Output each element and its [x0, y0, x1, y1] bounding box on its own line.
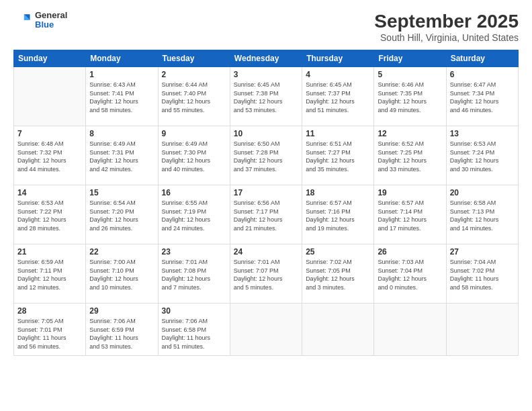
day-info: Sunrise: 6:49 AMSunset: 7:30 PMDaylight:… [162, 140, 226, 173]
sunset-text: Sunset: 7:13 PM [450, 208, 495, 215]
daylight-text: Daylight: 12 hoursand 51 minutes. [306, 98, 355, 113]
col-wednesday: Wednesday [230, 50, 302, 67]
sunset-text: Sunset: 7:38 PM [234, 90, 279, 97]
sunrise-text: Sunrise: 6:49 AM [89, 140, 136, 147]
daylight-text: Daylight: 12 hoursand 40 minutes. [162, 157, 211, 173]
day-info: Sunrise: 6:53 AMSunset: 7:24 PMDaylight:… [450, 140, 515, 173]
sunset-text: Sunset: 7:22 PM [17, 208, 62, 215]
logo-icon [13, 11, 32, 30]
day-info: Sunrise: 7:04 AMSunset: 7:02 PMDaylight:… [450, 258, 515, 291]
day-number: 15 [89, 188, 154, 197]
sunset-text: Sunset: 7:10 PM [89, 267, 134, 274]
daylight-text: Daylight: 12 hoursand 5 minutes. [234, 275, 283, 291]
day-number: 2 [162, 70, 226, 79]
daylight-text: Daylight: 12 hoursand 37 minutes. [234, 157, 283, 173]
day-info: Sunrise: 6:50 AMSunset: 7:28 PMDaylight:… [234, 140, 298, 173]
sunrise-text: Sunrise: 6:53 AM [17, 199, 64, 206]
day-info: Sunrise: 6:48 AMSunset: 7:32 PMDaylight:… [17, 140, 82, 173]
sunrise-text: Sunrise: 7:06 AM [162, 318, 208, 324]
day-number: 20 [450, 188, 515, 197]
calendar-cell: 10Sunrise: 6:50 AMSunset: 7:28 PMDayligh… [230, 126, 302, 185]
daylight-text: Daylight: 12 hoursand 33 minutes. [378, 157, 427, 173]
sunrise-text: Sunrise: 6:51 AM [306, 140, 352, 147]
day-number: 23 [162, 247, 226, 257]
calendar-cell: 3Sunrise: 6:45 AMSunset: 7:38 PMDaylight… [230, 67, 302, 126]
sunrise-text: Sunrise: 7:03 AM [378, 259, 424, 265]
sunset-text: Sunset: 6:59 PM [89, 326, 134, 333]
sunrise-text: Sunrise: 7:01 AM [162, 259, 208, 265]
calendar-cell [14, 67, 86, 126]
daylight-text: Daylight: 12 hoursand 17 minutes. [378, 216, 427, 232]
logo-blue-text: Blue [35, 20, 67, 30]
calendar-cell: 30Sunrise: 7:06 AMSunset: 6:58 PMDayligh… [158, 304, 230, 356]
sunset-text: Sunset: 7:25 PM [378, 149, 423, 156]
day-number: 25 [306, 247, 370, 257]
sunrise-text: Sunrise: 6:53 AM [450, 140, 496, 147]
day-info: Sunrise: 7:05 AMSunset: 7:01 PMDaylight:… [17, 317, 82, 351]
daylight-text: Daylight: 12 hoursand 55 minutes. [162, 98, 211, 113]
day-number: 3 [234, 70, 298, 79]
sunrise-text: Sunrise: 6:48 AM [17, 140, 64, 147]
calendar-cell: 19Sunrise: 6:57 AMSunset: 7:14 PMDayligh… [374, 185, 446, 244]
day-number: 10 [234, 129, 298, 138]
daylight-text: Daylight: 12 hoursand 49 minutes. [378, 98, 427, 113]
day-info: Sunrise: 7:06 AMSunset: 6:59 PMDaylight:… [89, 317, 154, 351]
daylight-text: Daylight: 12 hoursand 7 minutes. [162, 275, 211, 291]
calendar-cell: 28Sunrise: 7:05 AMSunset: 7:01 PMDayligh… [14, 304, 86, 356]
daylight-text: Daylight: 12 hoursand 53 minutes. [234, 98, 283, 113]
calendar-cell: 6Sunrise: 6:47 AMSunset: 7:34 PMDaylight… [446, 67, 518, 126]
day-info: Sunrise: 7:01 AMSunset: 7:08 PMDaylight:… [162, 258, 226, 291]
day-info: Sunrise: 6:51 AMSunset: 7:27 PMDaylight:… [306, 140, 370, 173]
col-saturday: Saturday [446, 50, 518, 67]
sunrise-text: Sunrise: 6:47 AM [450, 81, 496, 88]
sunset-text: Sunset: 7:11 PM [17, 267, 62, 274]
page-container: General Blue September 2025 South Hill, … [0, 0, 532, 411]
sunrise-text: Sunrise: 7:04 AM [450, 259, 496, 265]
calendar-cell: 26Sunrise: 7:03 AMSunset: 7:04 PMDayligh… [374, 244, 446, 304]
day-number: 9 [162, 129, 226, 138]
daylight-text: Daylight: 12 hoursand 28 minutes. [17, 216, 66, 232]
day-number: 19 [378, 188, 442, 197]
sunset-text: Sunset: 7:28 PM [234, 149, 279, 156]
sunrise-text: Sunrise: 6:49 AM [162, 140, 208, 147]
calendar-cell [230, 304, 302, 356]
day-info: Sunrise: 7:02 AMSunset: 7:05 PMDaylight:… [306, 258, 370, 291]
sunset-text: Sunset: 7:04 PM [378, 267, 423, 274]
daylight-text: Daylight: 12 hoursand 10 minutes. [89, 275, 138, 291]
header: General Blue September 2025 South Hill, … [13, 11, 519, 43]
sunrise-text: Sunrise: 6:57 AM [378, 199, 424, 206]
day-info: Sunrise: 6:55 AMSunset: 7:19 PMDaylight:… [162, 199, 226, 232]
calendar-cell: 20Sunrise: 6:58 AMSunset: 7:13 PMDayligh… [446, 185, 518, 244]
calendar-cell: 4Sunrise: 6:45 AMSunset: 7:37 PMDaylight… [302, 67, 374, 126]
calendar-cell: 5Sunrise: 6:46 AMSunset: 7:35 PMDaylight… [374, 67, 446, 126]
sunrise-text: Sunrise: 7:02 AM [306, 259, 352, 265]
calendar-cell: 2Sunrise: 6:44 AMSunset: 7:40 PMDaylight… [158, 67, 230, 126]
daylight-text: Daylight: 11 hoursand 51 minutes. [162, 334, 211, 350]
col-sunday: Sunday [14, 50, 86, 67]
sunset-text: Sunset: 7:07 PM [234, 267, 279, 274]
day-number: 6 [450, 70, 515, 79]
calendar-week-row: 21Sunrise: 6:59 AMSunset: 7:11 PMDayligh… [14, 244, 519, 304]
sunset-text: Sunset: 7:30 PM [162, 149, 207, 156]
daylight-text: Daylight: 12 hoursand 24 minutes. [162, 216, 211, 232]
sunrise-text: Sunrise: 6:43 AM [89, 81, 136, 88]
day-info: Sunrise: 7:00 AMSunset: 7:10 PMDaylight:… [89, 258, 154, 291]
sunrise-text: Sunrise: 7:05 AM [17, 318, 64, 324]
calendar-cell: 15Sunrise: 6:54 AMSunset: 7:20 PMDayligh… [86, 185, 158, 244]
calendar-cell [446, 304, 518, 356]
calendar-cell: 21Sunrise: 6:59 AMSunset: 7:11 PMDayligh… [14, 244, 86, 304]
day-number: 30 [162, 306, 226, 316]
day-info: Sunrise: 6:59 AMSunset: 7:11 PMDaylight:… [17, 258, 82, 291]
calendar-cell: 14Sunrise: 6:53 AMSunset: 7:22 PMDayligh… [14, 185, 86, 244]
logo-text: General Blue [35, 11, 67, 30]
sunrise-text: Sunrise: 6:44 AM [162, 81, 208, 88]
sunrise-text: Sunrise: 6:58 AM [450, 199, 496, 206]
calendar-cell: 1Sunrise: 6:43 AMSunset: 7:41 PMDaylight… [86, 67, 158, 126]
daylight-text: Daylight: 12 hoursand 26 minutes. [89, 216, 138, 232]
sub-title: South Hill, Virginia, United States [374, 32, 519, 43]
col-thursday: Thursday [302, 50, 374, 67]
logo-general-text: General [35, 11, 67, 20]
col-monday: Monday [86, 50, 158, 67]
daylight-text: Daylight: 11 hoursand 53 minutes. [89, 334, 138, 350]
calendar-cell: 25Sunrise: 7:02 AMSunset: 7:05 PMDayligh… [302, 244, 374, 304]
